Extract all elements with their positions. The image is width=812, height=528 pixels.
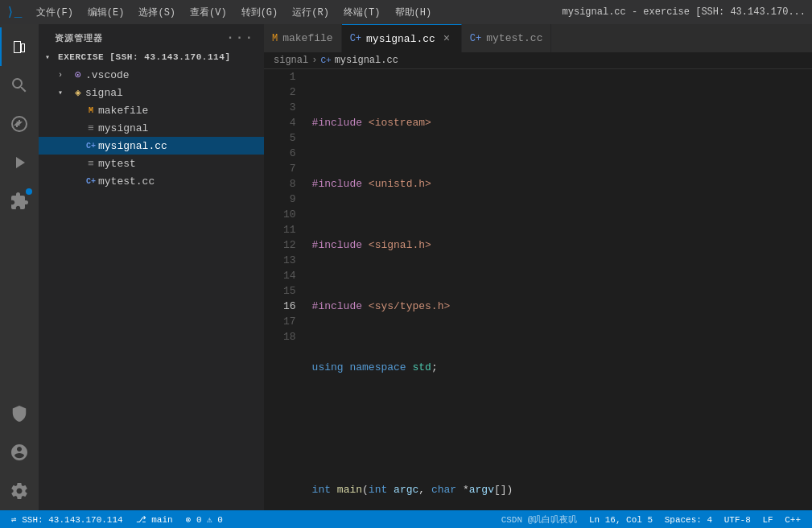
statusbar-branch[interactable]: ⎇ main [133, 514, 176, 525]
statusbar-left: ⇌ SSH: 43.143.170.114 ⎇ main ⊗ 0 ⚠ 0 [8, 514, 226, 525]
activity-run-debug[interactable] [0, 143, 39, 182]
activity-extensions[interactable] [0, 182, 39, 221]
tab-mysignal-cc-label: mysignal.cc [366, 33, 435, 45]
line-num-5: 5 [283, 130, 296, 146]
signal-folder-name: signal [85, 87, 123, 99]
cpp-tab-icon2: C+ [470, 33, 481, 44]
statusbar: ⇌ SSH: 43.143.170.114 ⎇ main ⊗ 0 ⚠ 0 CSD… [0, 510, 812, 528]
line-num-16: 16 [283, 299, 296, 314]
tab-mytest-cc[interactable]: C+ mytest.cc [462, 24, 552, 52]
cpp-icon: C+ [84, 142, 98, 151]
code-editor[interactable]: 1 2 3 4 5 6 7 8 9 10 11 12 13 14 15 16 1… [264, 69, 812, 510]
statusbar-right: CSDN @叽白叽夜叽 Ln 16, Col 5 Spaces: 4 UTF-8… [498, 514, 804, 526]
tree-workspace-root[interactable]: ▾ EXERCISE [SSH: 43.143.170.114] [39, 48, 264, 66]
code-line-7: int main(int argc, char *argv[]) [312, 482, 812, 497]
window-title: mysignal.cc - exercise [SSH: 43.143.170.… [563, 6, 806, 18]
statusbar-language[interactable]: C++ [781, 515, 804, 525]
code-content[interactable]: #include <iostream> #include <unistd.h> … [309, 69, 812, 510]
menu-run[interactable]: 运行(R) [286, 4, 336, 21]
editor-area: M makefile C+ mysignal.cc × C+ mytest.cc… [264, 24, 812, 510]
breadcrumb-signal[interactable]: signal [274, 55, 308, 66]
line-num-2: 2 [283, 85, 296, 100]
sidebar-content: ▾ EXERCISE [SSH: 43.143.170.114] › ⊙ .vs… [39, 48, 264, 510]
line-num-10: 10 [283, 207, 296, 222]
statusbar-position[interactable]: Ln 16, Col 5 [586, 515, 656, 525]
sidebar-title: 资源管理器 [55, 32, 102, 44]
code-line-1: #include <iostream> [312, 115, 812, 130]
statusbar-eol[interactable]: LF [759, 515, 776, 525]
line-num-3: 3 [283, 100, 296, 115]
menu-file[interactable]: 文件(F) [30, 4, 80, 21]
line-num-12: 12 [283, 237, 296, 253]
tree-item-vscode[interactable]: › ⊙ .vscode [39, 66, 264, 84]
menu-goto[interactable]: 转到(G) [235, 4, 285, 21]
line-numbers: 1 2 3 4 5 6 7 8 9 10 11 12 13 14 15 16 1… [264, 69, 309, 510]
tree-item-makefile[interactable]: › M makefile [39, 101, 264, 119]
tree-item-mytest-cc[interactable]: › C+ mytest.cc [39, 172, 264, 190]
tree-item-signal[interactable]: ▾ ◈ signal [39, 84, 264, 101]
menu-select[interactable]: 选择(S) [132, 4, 182, 21]
menu-view[interactable]: 查看(V) [183, 4, 233, 21]
statusbar-watermark: CSDN @叽白叽夜叽 [498, 515, 581, 525]
code-line-5: using namespace std; [312, 360, 812, 375]
activity-explorer[interactable] [0, 27, 39, 66]
statusbar-remote[interactable]: ⇌ SSH: 43.143.170.114 [8, 514, 126, 525]
main-layout: 资源管理器 ··· ▾ EXERCISE [SSH: 43.143.170.11… [0, 24, 812, 510]
sidebar-more-actions[interactable]: ··· [226, 31, 254, 45]
tab-mytest-cc-label: mytest.cc [486, 32, 542, 44]
menu-help[interactable]: 帮助(H) [389, 4, 439, 21]
folder-icon: ⊙ [71, 68, 85, 81]
mytest-name: mytest [98, 158, 136, 170]
statusbar-errors[interactable]: ⊗ 0 ⚠ 0 [183, 514, 226, 525]
collapse-arrow-icon: ▾ [58, 88, 71, 97]
tree-item-mysignal[interactable]: › ≡ mysignal [39, 119, 264, 137]
tabs-bar: M makefile C+ mysignal.cc × C+ mytest.cc [264, 24, 812, 52]
activity-settings[interactable] [0, 472, 39, 510]
tab-close-button[interactable]: × [440, 32, 453, 45]
statusbar-spaces[interactable]: Spaces: 4 [662, 515, 715, 525]
breadcrumb-sep-icon: › [311, 55, 317, 66]
file-icon: ≡ [84, 158, 98, 170]
menu-edit[interactable]: 编辑(E) [81, 4, 131, 21]
tree-item-mysignal-cc[interactable]: › C+ mysignal.cc [39, 137, 264, 155]
vscode-logo-icon: ⟩_ [6, 4, 22, 20]
code-line-2: #include <unistd.h> [312, 176, 812, 192]
tab-makefile[interactable]: M makefile [264, 24, 342, 52]
activity-git[interactable] [0, 105, 39, 143]
expand-arrow-icon: › [58, 71, 71, 80]
line-num-17: 17 [283, 314, 296, 329]
activity-bar [0, 24, 39, 510]
line-num-15: 15 [283, 283, 296, 299]
tree-item-mytest[interactable]: › ≡ mytest [39, 155, 264, 172]
statusbar-encoding[interactable]: UTF-8 [721, 515, 754, 525]
line-num-13: 13 [283, 253, 296, 268]
activity-search[interactable] [0, 66, 39, 105]
makefile-icon: M [84, 106, 98, 115]
menu-terminal[interactable]: 终端(T) [337, 4, 387, 21]
vscode-folder-name: .vscode [85, 69, 130, 81]
activity-remote[interactable] [0, 394, 39, 433]
folder-open-icon: ◈ [71, 86, 85, 99]
activity-account[interactable] [0, 433, 39, 472]
breadcrumb-cpp-icon: C+ [320, 56, 331, 65]
menu-bar: 文件(F) 编辑(E) 选择(S) 查看(V) 转到(G) 运行(R) 终端(T… [30, 4, 438, 21]
line-num-1: 1 [283, 69, 296, 85]
sidebar-header: 资源管理器 ··· [39, 24, 264, 48]
titlebar: ⟩_ 文件(F) 编辑(E) 选择(S) 查看(V) 转到(G) 运行(R) 终… [0, 0, 812, 24]
collapse-arrow-icon: ▾ [45, 52, 58, 62]
sidebar: 资源管理器 ··· ▾ EXERCISE [SSH: 43.143.170.11… [39, 24, 264, 510]
code-line-6 [312, 421, 812, 436]
code-line-3: #include <signal.h> [312, 237, 812, 253]
line-num-4: 4 [283, 115, 296, 130]
file-icon: ≡ [84, 122, 98, 134]
mysignal-name: mysignal [98, 122, 148, 134]
breadcrumb-file[interactable]: mysignal.cc [335, 55, 398, 66]
line-num-11: 11 [283, 222, 296, 237]
line-num-8: 8 [283, 176, 296, 192]
breadcrumb: signal › C+ mysignal.cc [264, 52, 812, 69]
makefile-name: makefile [98, 105, 148, 117]
workspace-name: EXERCISE [SSH: 43.143.170.114] [58, 52, 231, 62]
tab-makefile-label: makefile [282, 32, 332, 44]
line-num-18: 18 [283, 329, 296, 344]
tab-mysignal-cc[interactable]: C+ mysignal.cc × [342, 24, 462, 52]
